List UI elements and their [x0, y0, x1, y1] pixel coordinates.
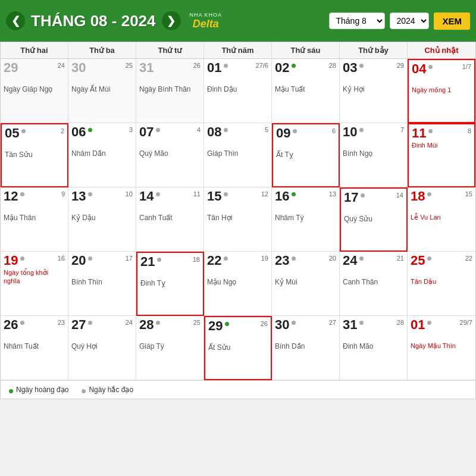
day-headers: Thứ haiThứ baThứ tưThứ nămThứ sáuThứ bảy… — [1, 42, 475, 59]
gray-dot-icon — [428, 65, 433, 69]
day-row-top: 041/7 — [412, 62, 471, 76]
day-cell[interactable]: 2118Đinh Tỵ — [136, 252, 204, 316]
prev-month-button[interactable]: ❮ — [6, 11, 25, 30]
day-cell[interactable]: 085Giáp Thìn — [204, 123, 272, 187]
day-cell[interactable]: 0228Mậu Tuất — [272, 59, 340, 123]
day-cell[interactable]: 0127/6Đinh Dậu — [204, 59, 272, 123]
solar-date: 24 — [343, 254, 364, 267]
lunar-name: Đinh Dậu — [207, 85, 268, 93]
day-cell[interactable]: 1613Nhâm Tý — [272, 187, 340, 252]
green-dot-icon — [88, 128, 92, 132]
gray-dot-icon — [88, 192, 92, 196]
header-controls: Tháng 1Tháng 2Tháng 3 Tháng 4Tháng 5Thán… — [329, 12, 470, 30]
lunar-name: Tân Sửu — [5, 151, 64, 159]
lunar-small-date: 28 — [397, 319, 404, 326]
gray-dot-icon — [359, 256, 364, 261]
day-cell[interactable]: 129Mậu Thân — [1, 187, 68, 252]
day-cell[interactable]: 0329Kỷ Hợi — [340, 59, 408, 123]
day-cell[interactable]: 2017Bính Thìn — [68, 252, 136, 316]
day-row-top: 2017 — [71, 254, 133, 267]
calendar-header: ❮ THÁNG 08 - 2024 ❯ NHA KHOA Delta Tháng… — [0, 0, 476, 42]
gray-dot-icon — [82, 389, 86, 393]
lunar-small-date: 23 — [58, 319, 65, 326]
day-cell[interactable]: 2522Tân Dậu — [408, 252, 475, 316]
solar-date: 23 — [275, 254, 296, 267]
day-row-top: 2825 — [139, 318, 201, 331]
month-select[interactable]: Tháng 1Tháng 2Tháng 3 Tháng 4Tháng 5Thán… — [329, 12, 385, 29]
solar-date: 31 — [343, 318, 364, 331]
day-row-top: 052 — [5, 127, 64, 140]
gray-dot-icon — [224, 192, 228, 196]
gray-dot-icon — [156, 128, 160, 132]
gray-dot-icon — [88, 256, 92, 261]
day-cell[interactable]: 2421Canh Thân — [340, 252, 408, 316]
solar-date: 28 — [139, 318, 160, 331]
day-cell[interactable]: 1815Lễ Vu Lan — [408, 187, 475, 252]
day-cell[interactable]: 118Đinh Mùi — [408, 123, 475, 187]
year-select[interactable]: 2022202320242025 — [390, 12, 429, 29]
day-cell[interactable]: 1310Kỷ Dậu — [68, 187, 136, 252]
gray-dot-icon — [361, 193, 365, 198]
solar-date: 16 — [275, 190, 296, 203]
day-header-thứ-sáu: Thứ sáu — [272, 42, 340, 58]
lunar-small-date: 14 — [396, 192, 403, 199]
day-cell[interactable]: 1916Ngày tổng khởi nghĩa — [1, 252, 68, 316]
day-cell[interactable]: 2825Giáp Tý — [136, 316, 204, 380]
day-cell[interactable]: 052Tân Sửu — [1, 123, 68, 187]
day-cell[interactable]: 096Ất Tỵ — [272, 123, 340, 187]
day-cell[interactable]: 1512Tân Hợi — [204, 187, 272, 252]
lunar-name: Quý Sửu — [344, 215, 403, 223]
lunar-small-date: 4 — [197, 126, 201, 133]
lunar-small-date: 7 — [400, 126, 404, 133]
green-dot-icon — [292, 64, 296, 68]
day-row-top: 129 — [4, 190, 65, 203]
day-cell[interactable]: 107Bính Ngọ — [340, 123, 408, 187]
lunar-small-date: 20 — [329, 255, 336, 262]
gray-dot-icon — [293, 129, 297, 133]
day-cell[interactable]: 1714Quý Sửu — [340, 187, 408, 252]
day-row-top: 0228 — [275, 61, 336, 74]
view-button[interactable]: XEM — [434, 12, 470, 30]
day-cell[interactable]: 0129/7Ngày Mậu Thìn — [408, 316, 475, 380]
logo-text-top: NHA KHOA — [190, 12, 223, 18]
day-header-thứ-bảy: Thứ bảy — [340, 42, 408, 58]
day-cell[interactable]: 2219Mậu Ngọ — [204, 252, 272, 316]
day-row-top: 2623 — [4, 318, 65, 331]
day-cell[interactable]: 041/7Ngày mồng 1 — [408, 59, 475, 123]
day-cell[interactable]: 074Quý Mão — [136, 123, 204, 187]
lunar-name: Tân Dậu — [411, 278, 472, 286]
day-row-top: 096 — [276, 127, 336, 140]
day-cell[interactable]: 2924Ngày Giáp Ngọ — [1, 59, 68, 123]
day-cell[interactable]: 2623Nhâm Tuất — [1, 316, 68, 380]
lunar-small-date: 18 — [193, 256, 200, 263]
lunar-small-date: 24 — [126, 319, 133, 326]
day-cell[interactable]: 3027Bính Dần — [272, 316, 340, 380]
next-month-button[interactable]: ❯ — [162, 11, 181, 30]
lunar-small-date: 9 — [61, 190, 65, 198]
logo-area: NHA KHOA Delta — [190, 12, 223, 30]
gray-dot-icon — [20, 256, 24, 261]
gray-dot-icon — [427, 321, 431, 325]
day-cell[interactable]: 2926Ất Sửu — [204, 316, 272, 380]
day-cell[interactable]: 2724Quý Hợi — [68, 316, 136, 380]
lunar-small-date: 27/6 — [256, 62, 268, 69]
lunar-name: Ngày tổng khởi nghĩa — [4, 268, 65, 286]
solar-date: 27 — [71, 318, 92, 331]
solar-date: 30 — [275, 318, 296, 331]
solar-date: 05 — [5, 127, 26, 140]
solar-date: 26 — [4, 318, 24, 331]
day-cell[interactable]: 063Nhâm Dần — [68, 123, 136, 187]
calendar-grid: 2924Ngày Giáp Ngọ3025Ngày Ất Mùi3126Ngày… — [1, 59, 475, 380]
lunar-name: Ngày Mậu Thìn — [411, 342, 472, 350]
lunar-name: Bính Thìn — [71, 278, 133, 286]
day-cell[interactable]: 2320Kỷ Mùi — [272, 252, 340, 316]
gray-dot-icon — [428, 129, 433, 133]
lunar-small-date: 27 — [329, 319, 336, 326]
lunar-name: Ngày Giáp Ngọ — [4, 85, 65, 93]
day-cell[interactable]: 3126Ngày Bính Thân — [136, 59, 204, 123]
day-cell[interactable]: 3025Ngày Ất Mùi — [68, 59, 136, 123]
day-row-top: 2522 — [411, 254, 472, 267]
day-cell[interactable]: 3128Đinh Mão — [340, 316, 408, 380]
lunar-small-date: 22 — [465, 255, 472, 262]
day-cell[interactable]: 1411Canh Tuất — [136, 187, 204, 252]
